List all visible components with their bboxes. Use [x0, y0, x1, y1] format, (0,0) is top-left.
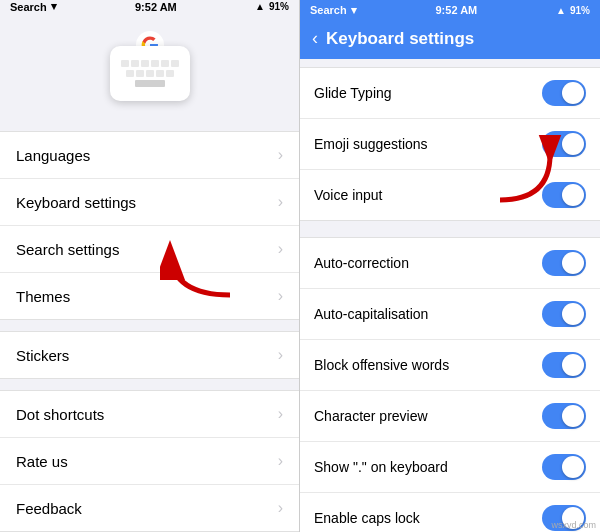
left-status-time: 9:52 AM	[135, 1, 177, 13]
menu-section-stickers: Stickers ›	[0, 331, 299, 379]
back-button[interactable]: ‹	[312, 28, 318, 49]
menu-item-languages[interactable]: Languages ›	[0, 132, 299, 179]
voice-input-toggle[interactable]	[542, 182, 586, 208]
settings-row-glide-typing[interactable]: Glide Typing	[300, 68, 600, 119]
right-status-bar: Search ▾ 9:52 AM ▲ 91%	[300, 0, 600, 20]
themes-chevron: ›	[278, 287, 283, 305]
settings-row-block-offensive-words[interactable]: Block offensive words	[300, 340, 600, 391]
themes-label: Themes	[16, 288, 70, 305]
dot-shortcuts-label: Dot shortcuts	[16, 406, 104, 423]
settings-row-auto-capitalisation[interactable]: Auto-capitalisation	[300, 289, 600, 340]
left-status-bar: Search ▾ 9:52 AM ▲ 91%	[0, 0, 299, 13]
settings-row-show-on-keyboard[interactable]: Show "." on keyboard	[300, 442, 600, 493]
left-wifi-icon: ▾	[51, 0, 57, 13]
right-header: ‹ Keyboard settings	[300, 20, 600, 59]
keyboard-settings-chevron: ›	[278, 193, 283, 211]
rate-us-label: Rate us	[16, 453, 68, 470]
left-battery: 91%	[269, 1, 289, 12]
menu-item-search-settings[interactable]: Search settings ›	[0, 226, 299, 273]
settings-list: Glide Typing Emoji suggestions Voice inp…	[300, 59, 600, 532]
right-panel: Search ▾ 9:52 AM ▲ 91% ‹ Keyboard settin…	[300, 0, 600, 532]
left-status-left: Search ▾	[10, 0, 57, 13]
right-wifi-icon: ▾	[351, 4, 357, 17]
right-location-icon: ▲	[556, 5, 566, 16]
menu-item-feedback[interactable]: Feedback ›	[0, 485, 299, 531]
right-battery: 91%	[570, 5, 590, 16]
glide-typing-toggle[interactable]	[542, 80, 586, 106]
location-icon: ▲	[255, 1, 265, 12]
menu-item-rate-us[interactable]: Rate us ›	[0, 438, 299, 485]
show-on-keyboard-label: Show "." on keyboard	[314, 459, 542, 475]
auto-correction-toggle[interactable]	[542, 250, 586, 276]
menu-item-keyboard-settings[interactable]: Keyboard settings ›	[0, 179, 299, 226]
search-settings-label: Search settings	[16, 241, 119, 258]
auto-capitalisation-label: Auto-capitalisation	[314, 306, 542, 322]
left-panel: Search ▾ 9:52 AM ▲ 91%	[0, 0, 300, 532]
block-offensive-words-label: Block offensive words	[314, 357, 542, 373]
settings-section-1: Glide Typing Emoji suggestions Voice inp…	[300, 67, 600, 221]
settings-row-emoji-suggestions[interactable]: Emoji suggestions	[300, 119, 600, 170]
keyboard-settings-title: Keyboard settings	[326, 29, 474, 49]
right-status-left: Search ▾	[310, 4, 357, 17]
languages-label: Languages	[16, 147, 90, 164]
keyboard-bg	[110, 46, 190, 101]
block-offensive-words-toggle[interactable]	[542, 352, 586, 378]
stickers-chevron: ›	[278, 346, 283, 364]
left-status-search: Search	[10, 1, 47, 13]
left-status-right: ▲ 91%	[255, 1, 289, 12]
right-status-time: 9:52 AM	[436, 4, 478, 16]
auto-capitalisation-toggle[interactable]	[542, 301, 586, 327]
glide-typing-label: Glide Typing	[314, 85, 542, 101]
settings-row-voice-input[interactable]: Voice input	[300, 170, 600, 220]
settings-row-auto-correction[interactable]: Auto-correction	[300, 238, 600, 289]
gboard-logo-area	[0, 13, 299, 123]
stickers-label: Stickers	[16, 347, 69, 364]
feedback-label: Feedback	[16, 500, 82, 517]
menu-item-themes[interactable]: Themes ›	[0, 273, 299, 319]
settings-section-2: Auto-correction Auto-capitalisation Bloc…	[300, 237, 600, 532]
menu-item-dot-shortcuts[interactable]: Dot shortcuts ›	[0, 391, 299, 438]
right-status-right: ▲ 91%	[556, 5, 590, 16]
menu-section-misc: Dot shortcuts › Rate us › Feedback ›	[0, 390, 299, 532]
watermark: wsxvd.com	[551, 520, 596, 530]
languages-chevron: ›	[278, 146, 283, 164]
emoji-suggestions-toggle[interactable]	[542, 131, 586, 157]
show-on-keyboard-toggle[interactable]	[542, 454, 586, 480]
character-preview-toggle[interactable]	[542, 403, 586, 429]
feedback-chevron: ›	[278, 499, 283, 517]
gboard-keyboard-icon	[110, 43, 190, 103]
right-wrapper: Search ▾ 9:52 AM ▲ 91% ‹ Keyboard settin…	[300, 0, 600, 532]
auto-correction-label: Auto-correction	[314, 255, 542, 271]
menu-item-stickers[interactable]: Stickers ›	[0, 332, 299, 378]
rate-us-chevron: ›	[278, 452, 283, 470]
search-settings-chevron: ›	[278, 240, 283, 258]
menu-section-main: Languages › Keyboard settings › Search s…	[0, 131, 299, 320]
settings-row-character-preview[interactable]: Character preview	[300, 391, 600, 442]
keyboard-settings-label: Keyboard settings	[16, 194, 136, 211]
character-preview-label: Character preview	[314, 408, 542, 424]
voice-input-label: Voice input	[314, 187, 542, 203]
emoji-suggestions-label: Emoji suggestions	[314, 136, 542, 152]
right-status-search: Search	[310, 4, 347, 16]
dot-shortcuts-chevron: ›	[278, 405, 283, 423]
enable-caps-lock-label: Enable caps lock	[314, 510, 542, 526]
